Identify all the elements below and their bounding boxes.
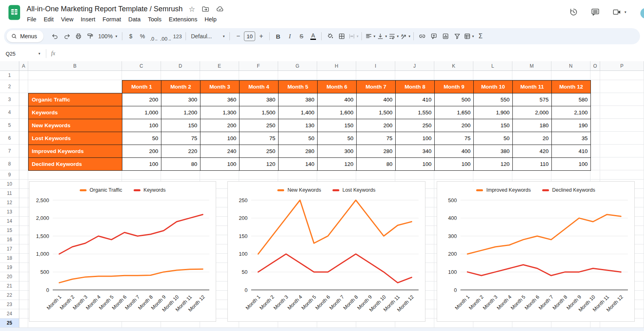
move-folder-icon[interactable] (201, 5, 210, 13)
row-header-10[interactable]: 10 (0, 180, 19, 189)
table-header-cell[interactable]: Month 3 (200, 80, 239, 93)
table-cell[interactable]: 1,400 (278, 106, 318, 119)
table-cell[interactable]: 240 (200, 145, 239, 158)
table-cell[interactable]: 150 (161, 119, 200, 132)
row-header-3[interactable]: 3 (0, 93, 19, 106)
column-header-P[interactable]: P (600, 61, 644, 70)
comments-icon[interactable] (590, 7, 600, 17)
table-cell[interactable]: 130 (278, 119, 318, 132)
column-header-K[interactable]: K (434, 61, 473, 70)
row-header-21[interactable]: 21 (0, 281, 19, 291)
table-cell[interactable]: 2,000 (512, 106, 552, 119)
table-cell[interactable]: 100 (551, 157, 591, 171)
row-header-17[interactable]: 17 (0, 244, 19, 254)
table-cell[interactable]: 300 (317, 145, 357, 158)
table-cell[interactable]: 1,000 (122, 106, 161, 119)
menu-item-format[interactable]: Format (99, 15, 125, 24)
table-cell[interactable]: 250 (239, 145, 279, 158)
row-header-23[interactable]: 23 (0, 300, 19, 309)
more-formats-button[interactable]: 123 (171, 31, 183, 42)
row-header-19[interactable]: 19 (0, 263, 19, 272)
row-header-4[interactable]: 4 (0, 106, 19, 119)
table-cell[interactable]: 200 (122, 145, 161, 158)
column-header-M[interactable]: M (512, 61, 551, 70)
table-row-label[interactable]: Keywords (28, 106, 122, 119)
table-header-cell[interactable]: Month 8 (395, 80, 435, 93)
table-cell[interactable]: 50 (122, 132, 161, 145)
menu-item-help[interactable]: Help (201, 15, 220, 24)
table-cell[interactable]: 50 (317, 132, 357, 145)
sheets-logo-icon[interactable] (8, 4, 21, 21)
table-cell[interactable]: 1,600 (317, 106, 357, 119)
table-cell[interactable]: 1,300 (200, 106, 239, 119)
increase-font-size-button[interactable]: + (255, 31, 267, 42)
meet-caret-icon[interactable]: ▾ (624, 10, 626, 14)
table-cell[interactable]: 75 (239, 132, 279, 145)
table-cell[interactable]: 500 (434, 93, 474, 106)
insert-link-button[interactable] (416, 31, 428, 42)
table-cell[interactable]: 100 (122, 157, 161, 171)
table-row-label[interactable]: Improved Keywords (28, 145, 122, 158)
table-cell[interactable]: 140 (278, 157, 318, 171)
menu-item-insert[interactable]: Insert (77, 15, 99, 24)
table-cell[interactable]: 1,550 (395, 106, 435, 119)
table-row-label[interactable]: Declined Keywords (28, 157, 122, 171)
name-box[interactable]: Q25 ▾ (6, 51, 40, 57)
horizontal-align-button[interactable]: ▾ (364, 31, 376, 42)
row-header-12[interactable]: 12 (0, 198, 19, 207)
font-size-input[interactable]: 10 (244, 31, 255, 41)
table-cell[interactable]: 550 (473, 93, 513, 106)
column-header-O[interactable]: O (590, 61, 600, 70)
row-header-15[interactable]: 15 (0, 226, 19, 235)
table-cell[interactable]: 380 (239, 93, 279, 106)
row-header-9[interactable]: 9 (0, 170, 19, 180)
row-header-7[interactable]: 7 (0, 145, 19, 157)
strikethrough-button[interactable]: S (295, 31, 307, 42)
table-cell[interactable]: 400 (356, 93, 396, 106)
table-header-cell[interactable]: Month 10 (473, 80, 513, 93)
table-cell[interactable]: 150 (317, 119, 357, 132)
row-header-1[interactable]: 1 (0, 71, 19, 80)
row-header-18[interactable]: 18 (0, 254, 19, 263)
row-header-20[interactable]: 20 (0, 272, 19, 281)
table-cell[interactable]: 150 (473, 119, 513, 132)
borders-button[interactable] (336, 31, 347, 42)
row-header-14[interactable]: 14 (0, 217, 19, 226)
table-cell[interactable]: 100 (200, 132, 239, 145)
vertical-align-button[interactable]: ▾ (376, 31, 388, 42)
account-avatar[interactable] (640, 8, 644, 19)
row-header-25[interactable]: 25 (0, 319, 19, 328)
table-header-cell[interactable]: Month 7 (356, 80, 396, 93)
table-row-label[interactable]: Organic Traffic (28, 93, 122, 106)
merge-cells-button[interactable]: ▾ (347, 31, 359, 42)
insert-chart-button[interactable] (440, 31, 451, 42)
increase-decimal-button[interactable]: .00 → (160, 31, 171, 42)
document-title[interactable]: All-in-One Marketing Report Template / S… (27, 5, 183, 13)
table-cell[interactable]: 120 (239, 157, 279, 171)
paint-format-button[interactable] (84, 31, 96, 42)
menu-item-edit[interactable]: Edit (40, 15, 57, 24)
table-tools-button[interactable]: ▾ (463, 31, 475, 42)
column-header-H[interactable]: H (317, 61, 356, 70)
row-header-22[interactable]: 22 (0, 291, 19, 300)
menu-item-file[interactable]: File (23, 15, 40, 24)
table-row-label[interactable]: New Keywords (28, 119, 122, 132)
zoom-selector[interactable]: 100% ▾ (96, 31, 120, 42)
column-header-C[interactable]: C (122, 61, 161, 70)
row-header-13[interactable]: 13 (0, 207, 19, 217)
table-header-cell[interactable]: Month 4 (239, 80, 279, 93)
menu-item-extensions[interactable]: Extensions (165, 15, 201, 24)
table-cell[interactable]: 200 (200, 119, 239, 132)
table-cell[interactable]: 100 (395, 132, 435, 145)
insert-comment-button[interactable] (428, 31, 440, 42)
table-header-cell[interactable]: Month 11 (512, 80, 552, 93)
table-cell[interactable]: 1,650 (434, 106, 474, 119)
menu-item-tools[interactable]: Tools (144, 15, 165, 24)
text-rotation-button[interactable]: A ▾ (399, 31, 411, 42)
fill-color-button[interactable] (324, 31, 336, 42)
menu-item-data[interactable]: Data (125, 15, 144, 24)
table-cell[interactable]: 75 (434, 132, 474, 145)
row-header-2[interactable]: 2 (0, 80, 19, 93)
table-cell[interactable]: 420 (512, 145, 552, 158)
text-color-button[interactable]: A (307, 31, 319, 42)
